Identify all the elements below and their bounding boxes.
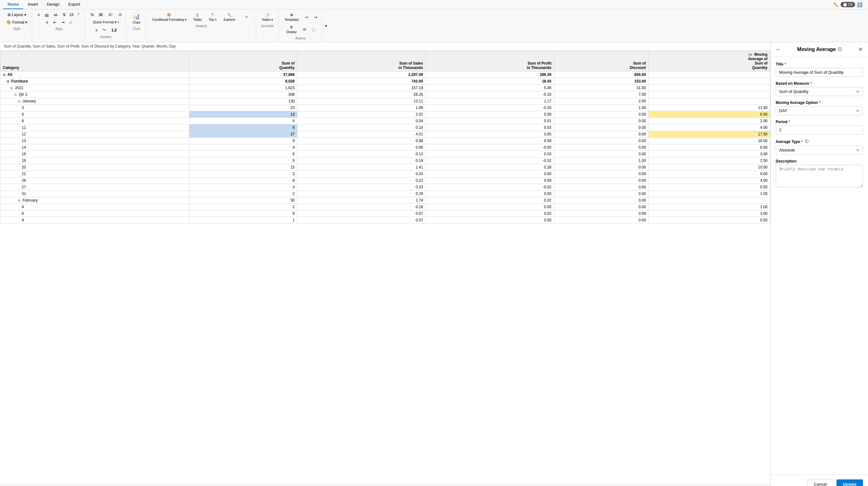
- cancel-button[interactable]: Cancel: [807, 479, 833, 486]
- indent-increase[interactable]: ⇥: [59, 19, 67, 26]
- profit-cell: 0.09: [426, 138, 554, 144]
- decimal-val[interactable]: 1.2: [109, 27, 119, 34]
- period-required-star: *: [788, 120, 790, 124]
- ma-cell: 0.50: [649, 217, 770, 224]
- undo2-button[interactable]: ↪: [312, 14, 319, 21]
- description-textarea[interactable]: [776, 165, 863, 187]
- label-cell: 6: [0, 111, 189, 118]
- sales-cell: 1.74: [298, 197, 426, 204]
- toggle-switch[interactable]: ⬤ Off: [841, 2, 855, 7]
- decimal-dec[interactable]: .0: [116, 11, 124, 18]
- discount-cell: 0.00: [554, 118, 648, 124]
- percent-btn[interactable]: %: [88, 11, 96, 18]
- number-format[interactable]: Quick Format ▾ ▾: [91, 19, 121, 26]
- ma-cell: 4.00: [649, 177, 770, 184]
- tab-design[interactable]: Design: [42, 0, 64, 9]
- discount-cell: 3.00: [554, 197, 648, 204]
- tab-insert[interactable]: Insert: [23, 0, 42, 9]
- measure-select[interactable]: Sum of Quantity: [776, 87, 863, 96]
- expand-ribbon-button[interactable]: ▾: [323, 22, 329, 29]
- title-field-label: Title *: [776, 62, 863, 66]
- sales-cell: 4.51: [298, 131, 426, 138]
- collapse-icon[interactable]: ⊟: [14, 93, 18, 96]
- info-icon[interactable]: ℹ️: [857, 2, 862, 7]
- align-left[interactable]: ≡: [44, 19, 51, 26]
- dollar-btn[interactable]: $€: [97, 11, 105, 18]
- breadcrumb: Sum of Quantity, Sum of Sales, Sum of Pr…: [0, 42, 770, 51]
- col-header-sales: Sum of Salesin Thousands: [298, 51, 426, 71]
- discount-cell: 0.00: [554, 204, 648, 210]
- wave-btn[interactable]: 〜: [100, 26, 108, 34]
- explorer-icon: 🔍: [227, 13, 231, 17]
- profit-cell: 0.03: [426, 124, 554, 131]
- notes-button[interactable]: 📝 Notes ▾: [259, 11, 276, 23]
- tab-home[interactable]: Home: [3, 0, 23, 9]
- redo-button[interactable]: ⟳: [301, 26, 308, 33]
- qty-cell: 2: [189, 204, 298, 210]
- filter-button[interactable]: ▽: [240, 13, 253, 21]
- top-n-button[interactable]: ⊤ Top n: [206, 11, 220, 23]
- discount-cell: 0.00: [554, 144, 648, 151]
- collapse-icon[interactable]: ⊟: [3, 73, 6, 76]
- display-button[interactable]: ⚙ Display: [284, 24, 300, 35]
- ma-cell: 2.50: [649, 158, 770, 164]
- panel-back-button[interactable]: ←: [776, 46, 781, 52]
- sales-cell: 0.18: [298, 158, 426, 164]
- templates-button[interactable]: ⊞ Templates: [282, 11, 302, 23]
- format-button[interactable]: 🎨 Format ▾: [4, 19, 29, 26]
- totals-button[interactable]: Σ Totals: [191, 12, 205, 23]
- undo-button[interactable]: ↩: [303, 14, 311, 21]
- avg-type-info-icon[interactable]: ⓘ: [805, 139, 808, 144]
- discount-cell: 2.00: [554, 98, 648, 104]
- chart-types-button[interactable]: 📊 Chart: [129, 11, 143, 26]
- layout-button[interactable]: ⊞ Layout ▾: [5, 11, 28, 18]
- number-label: Number: [100, 35, 112, 39]
- indent-decrease[interactable]: ⇤: [51, 19, 59, 26]
- avg-type-select[interactable]: Absolute: [776, 145, 863, 155]
- qty-cell: 4: [189, 144, 298, 151]
- sort-icon[interactable]: ⇅: [61, 11, 68, 18]
- right-panel: ← Moving Average ⓘ ✕ Title * Based on Me…: [770, 42, 868, 486]
- font-size-display: 18: [69, 12, 74, 17]
- panel-button[interactable]: ⬚: [310, 26, 318, 33]
- qty-cell: 3: [189, 171, 298, 177]
- edit-icon[interactable]: ✏️: [833, 2, 839, 7]
- cond-format-button[interactable]: 🎨 Conditional Formatting ▾: [149, 11, 189, 23]
- panel-body: Title * Based on Measure * Sum of Quanti…: [771, 57, 868, 475]
- period-input[interactable]: [776, 125, 863, 134]
- profit-cell: 0.28: [426, 164, 554, 171]
- quick-format-button[interactable]: Quick Format ▾: [93, 20, 117, 24]
- collapse-icon[interactable]: ⊟: [18, 199, 22, 202]
- group-annotate: 📝 Notes ▾ Annotate: [257, 11, 279, 41]
- explorer-button[interactable]: 🔍 Explorer: [221, 11, 238, 23]
- number-align-btn[interactable]: ≡: [93, 27, 99, 34]
- text-style-ab1[interactable]: ab: [42, 12, 51, 18]
- panel-info-icon[interactable]: ⓘ: [838, 46, 842, 52]
- text-style-ab2[interactable]: ab: [52, 12, 60, 18]
- border-button[interactable]: □: [67, 19, 74, 26]
- ma-cell: 17.50: [649, 131, 770, 138]
- ma-cell: 6.50: [649, 111, 770, 118]
- title-input[interactable]: [776, 68, 863, 77]
- decimal-inc[interactable]: .0⁺: [106, 11, 115, 18]
- panel-close-button[interactable]: ✕: [858, 46, 863, 53]
- align-left-top[interactable]: ≡: [35, 11, 42, 18]
- sales-cell: 12.11: [298, 98, 426, 104]
- ma-cell: [649, 71, 770, 78]
- tab-export[interactable]: Export: [64, 0, 85, 9]
- collapse-icon[interactable]: ⊟: [18, 100, 22, 103]
- font-size-stepper[interactable]: ⌃: [75, 11, 82, 18]
- collapse-icon[interactable]: ⊟: [10, 86, 14, 90]
- label-cell: 8: [0, 118, 189, 124]
- discount-cell: 1.00: [554, 158, 648, 164]
- sales-cell: 0.88: [298, 138, 426, 144]
- collapse-icon[interactable]: ⊟: [7, 80, 10, 83]
- avg-option-select[interactable]: DAY: [776, 106, 863, 115]
- label-cell: 6: [0, 210, 189, 217]
- sales-cell: 157.19: [298, 85, 426, 91]
- update-button[interactable]: Update: [836, 479, 863, 486]
- qty-cell: 8,028: [189, 78, 298, 85]
- avg-type-required-star: *: [801, 139, 803, 144]
- title-required-star: *: [784, 62, 786, 66]
- description-label: Description: [776, 159, 863, 163]
